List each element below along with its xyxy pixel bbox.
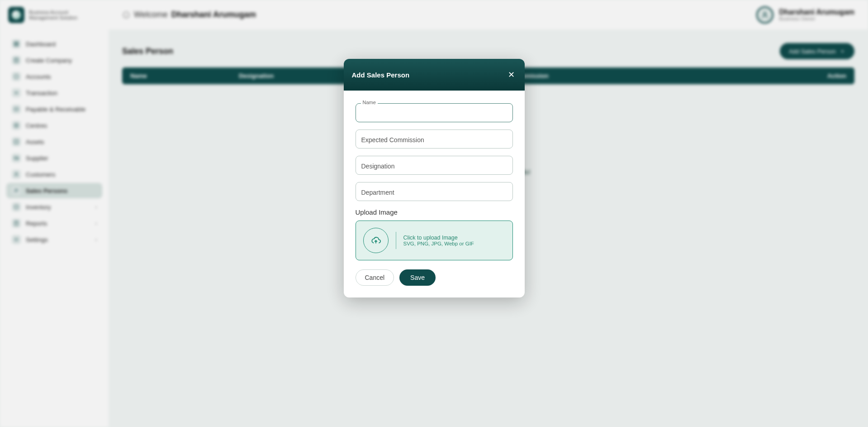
upload-section-label: Upload Image xyxy=(356,208,513,216)
cancel-button[interactable]: Cancel xyxy=(356,269,394,286)
upload-dropzone[interactable]: Click to upload Image SVG, PNG, JPG, Web… xyxy=(356,221,513,260)
upload-line2: SVG, PNG, JPG, Webp or GIF xyxy=(403,241,474,246)
field-designation xyxy=(356,156,513,175)
upload-text: Click to upload Image SVG, PNG, JPG, Web… xyxy=(403,235,474,246)
modal-header: Add Sales Person ✕ xyxy=(344,59,525,91)
field-name: Name xyxy=(356,103,513,122)
add-sales-person-modal: Add Sales Person ✕ Name Upload Image xyxy=(344,59,525,297)
divider xyxy=(396,232,396,249)
modal-actions: Cancel Save xyxy=(356,269,513,286)
cloud-upload-icon xyxy=(363,228,389,253)
close-icon: ✕ xyxy=(508,70,515,79)
name-input[interactable] xyxy=(356,103,513,122)
save-button[interactable]: Save xyxy=(399,269,436,286)
modal-body: Name Upload Image Click to upload Image xyxy=(344,91,525,297)
field-commission xyxy=(356,130,513,149)
designation-input[interactable] xyxy=(356,156,513,175)
commission-input[interactable] xyxy=(356,130,513,149)
field-department xyxy=(356,182,513,201)
upload-line1: Click to upload Image xyxy=(403,235,474,241)
modal-overlay: Add Sales Person ✕ Name Upload Image xyxy=(0,0,868,427)
modal-title: Add Sales Person xyxy=(352,71,410,79)
name-label: Name xyxy=(361,100,378,105)
department-input[interactable] xyxy=(356,182,513,201)
close-button[interactable]: ✕ xyxy=(506,68,517,82)
